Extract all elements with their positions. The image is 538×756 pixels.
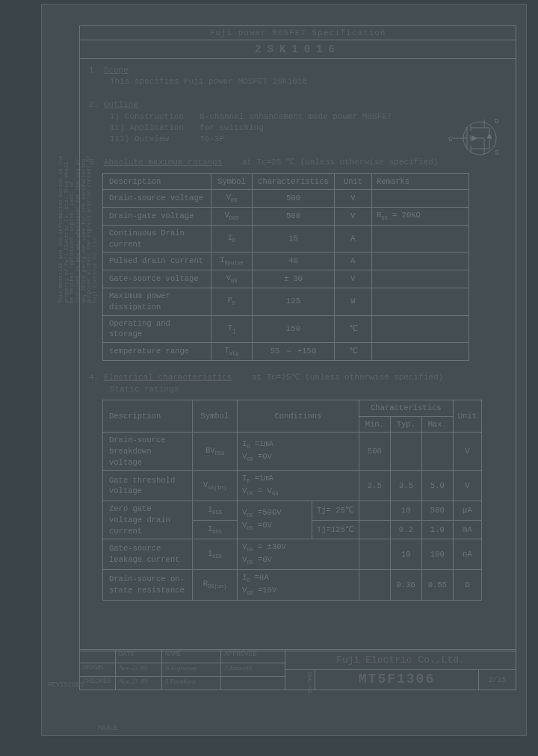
cell: VDS =500VVGS =0V <box>238 501 312 539</box>
cell: 40 <box>253 252 335 270</box>
cell: V <box>335 208 372 226</box>
cell: VDS <box>211 190 253 208</box>
table-row: Operating and storageTj150℃ <box>103 315 469 342</box>
section-condition: at Tc=25 ℃ (unless otherwise specified) <box>242 158 439 167</box>
tb-approved-sig: Y.Jinbashi <box>221 663 285 676</box>
tb-header-approved: APPROVED <box>221 650 285 663</box>
th-characteristics: Characteristics <box>359 400 453 416</box>
cell: A <box>335 252 372 270</box>
cell <box>372 342 469 360</box>
section-condition: at Tc=25℃ (unless otherwise specified) <box>252 373 443 382</box>
th-typ: Typ. <box>390 416 421 433</box>
section-subtitle: Static ratings <box>110 384 507 395</box>
form-code: MA4LE <box>98 725 118 732</box>
cell: ID =8AVGS =10V <box>238 570 359 601</box>
cell: Drain-source voltage <box>103 190 211 208</box>
tb-drawn-name: N.Fujisawa <box>162 663 222 676</box>
cell: V <box>453 471 481 501</box>
drawing-frame: Fuji power MOSFET Specification 2SK1016 … <box>79 25 516 651</box>
drawing-number: MT5F1306 <box>315 670 478 690</box>
cell: 10 <box>390 539 421 570</box>
table-row: Continuous Drain currentID15A <box>103 225 469 252</box>
dwg-no-label: DWG.NO. <box>285 670 315 690</box>
table-row: Gate threshold voltageVGS(th)ID =1mAVDS … <box>103 471 482 501</box>
cell: Drain-source on-state resistance <box>103 570 193 601</box>
section-electrical: 4. Electrical characteristics at Tc=25℃ … <box>89 372 507 601</box>
cell: ID <box>211 225 253 252</box>
section-title: Scope <box>104 66 129 75</box>
cell: Gate threshold voltage <box>103 471 193 501</box>
cell: 125 <box>253 288 335 315</box>
cell: W <box>335 288 372 315</box>
cell: IDpulse <box>211 252 253 270</box>
cell: Ω <box>453 570 481 601</box>
section-number: 3. <box>89 157 99 168</box>
th-description: Description <box>103 173 211 190</box>
table-row: Drain-source on-state resistanceRDS(on)I… <box>103 570 482 601</box>
section-outline: 2. Outline I) ConstructionN-channel enha… <box>89 99 507 146</box>
outline-label: III) Outview <box>110 134 200 145</box>
cell: nA <box>453 539 481 570</box>
cell: PD <box>211 288 253 315</box>
th-min: Min. <box>359 416 390 433</box>
cell: ℃ <box>335 342 372 360</box>
th-conditions: Conditions <box>238 400 359 432</box>
table-row: Drain-source voltageVDS500V <box>103 190 469 208</box>
cell <box>359 501 390 521</box>
section-title: Electrical characteristics <box>104 373 232 382</box>
outline-value: for switching <box>200 123 264 132</box>
cell: Gate-source voltage <box>103 270 211 288</box>
cell: 15 <box>253 225 335 252</box>
table-row: Drain-source breakdown voltageBVDSSID =1… <box>103 433 482 471</box>
cell: VGS <box>211 270 253 288</box>
cell: Drain-gate voltage <box>103 208 211 226</box>
cell: 2.5 <box>359 471 390 501</box>
cell: Maximum power dissipation <box>103 288 211 315</box>
cell: BVDSS <box>193 433 238 471</box>
th-symbol: Symbol <box>193 400 238 432</box>
table-header-row: Description Symbol Conditions Characteri… <box>103 400 482 416</box>
tb-checked-date: Nov 21 '89 <box>116 677 162 690</box>
table-row: Pulsed drain currentIDpulse40A <box>103 252 469 270</box>
th-max: Max. <box>421 416 453 433</box>
spec-title: Fuji power MOSFET Specification <box>80 26 516 40</box>
tb-drawn-date: Nov-21-89 <box>116 663 162 676</box>
approval-grid: DATE NAME APPROVED DRAWN Nov-21-89 N.Fuj… <box>80 650 285 690</box>
cell <box>372 315 469 342</box>
cell: ℃ <box>335 315 372 342</box>
svg-marker-13 <box>487 134 492 138</box>
cell <box>390 433 421 471</box>
title-block: DATE NAME APPROVED DRAWN Nov-21-89 N.Fuj… <box>79 649 516 690</box>
cell: 0.36 <box>390 570 421 601</box>
datasheet-page: This material and the information herein… <box>41 4 527 736</box>
outline-rows: I) ConstructionN-channel enhancement mod… <box>110 111 507 146</box>
section-title: Absolute maximum ratings <box>104 158 222 167</box>
tb-blank <box>80 650 116 663</box>
tb-blank <box>221 677 285 690</box>
cell: Gate-source leakage current <box>103 539 193 570</box>
cell: IDSS <box>193 501 238 521</box>
electrical-table: Description Symbol Conditions Characteri… <box>102 400 482 601</box>
cell <box>372 288 469 315</box>
cell <box>372 252 469 270</box>
cell <box>359 539 390 570</box>
terminal-g: G <box>448 136 452 143</box>
revisions-label: REVISIONS <box>48 681 84 689</box>
cell: 5.0 <box>421 471 453 501</box>
cell: Tj= 25℃ <box>312 501 359 521</box>
terminal-d: D <box>495 118 498 126</box>
cell <box>359 570 390 601</box>
section-abs-max: 3. Absolute maximum ratings at Tc=25 ℃ (… <box>89 157 507 361</box>
page-number: 1/15 <box>478 670 516 690</box>
company-name: Fuji Electric Co.,Ltd. <box>285 650 516 670</box>
cell: Tj <box>211 315 253 342</box>
cell: Continuous Drain current <box>103 225 211 252</box>
cell: A <box>335 225 372 252</box>
cell: Tstg <box>211 342 253 360</box>
section-number: 1. <box>89 65 99 76</box>
outline-label: I) Construction <box>110 111 200 123</box>
tb-header-name: NAME <box>162 650 222 663</box>
abs-max-table: Description Symbol Characteristics Unit … <box>102 173 469 361</box>
outline-label: II) Application <box>110 123 200 134</box>
cell: 500 <box>359 433 390 471</box>
